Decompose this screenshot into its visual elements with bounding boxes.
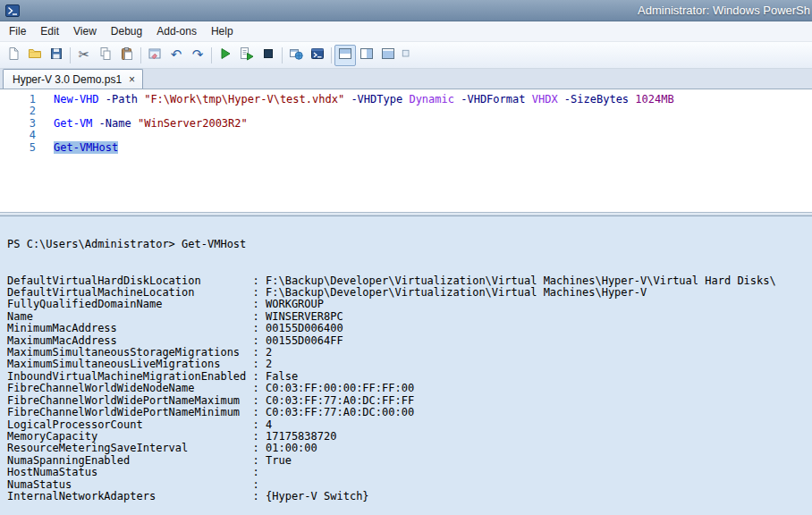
save-script-button[interactable] — [46, 45, 67, 66]
console-blank-line — [7, 263, 812, 274]
script-pane-options-icon — [401, 48, 411, 62]
output-property-row: MinimumMacAddress : 00155D006400 — [7, 323, 812, 334]
console-pane[interactable]: PS C:\Users\Administrator> Get-VMHost De… — [0, 216, 812, 515]
token-plain — [525, 93, 531, 106]
script-editor-pane[interactable]: 1New-VHD -Path "F:\Work\tmp\Hyper-V\test… — [0, 89, 812, 212]
powershell-console-icon — [310, 46, 325, 63]
new-script-button[interactable] — [3, 45, 24, 66]
start-powershell-exe-button[interactable] — [307, 45, 328, 66]
layout-script-right-icon — [359, 46, 374, 63]
output-property-row: MaximumSimultaneousStorageMigrations : 2 — [7, 347, 812, 359]
line-number: 1 — [0, 94, 39, 106]
open-folder-icon — [28, 46, 42, 63]
redo-arrow-icon: ↷ — [192, 48, 204, 62]
line-number: 4 — [0, 130, 39, 141]
cut-scissors-icon: ✂ — [79, 48, 90, 62]
menu-add-ons[interactable]: Add-ons — [149, 21, 204, 41]
menu-view[interactable]: View — [66, 21, 104, 41]
output-property-row: LogicalProcessorCount : 4 — [7, 419, 812, 431]
token-number: 1024MB — [635, 93, 673, 106]
run-selection-button[interactable] — [236, 45, 258, 66]
token-plain — [558, 93, 564, 106]
paste-clipboard-icon — [120, 46, 134, 63]
undo-button[interactable]: ↶ — [165, 45, 187, 66]
line-number: 3 — [0, 118, 39, 130]
new-remote-powershell-tab-button[interactable] — [285, 45, 307, 66]
menu-help[interactable]: Help — [204, 21, 241, 41]
toolbar-separator — [211, 47, 212, 63]
menu-bar: File Edit View Debug Add-ons Help — [0, 21, 812, 42]
copy-icon — [98, 46, 113, 63]
output-property-row: DefaultVirtualHardDiskLocation : F:\Back… — [7, 275, 812, 287]
editor-line[interactable]: 2 — [0, 106, 812, 117]
console-prompt: PS C:\Users\Administrator> Get-VMHost — [7, 239, 812, 250]
token-cmdlet-selected: Get-VMHost — [54, 141, 118, 154]
token-param: -SizeBytes — [564, 93, 629, 106]
token-arg: VHDX — [532, 93, 558, 106]
token-param: -Name — [99, 117, 131, 130]
toolbar: ✂ — [0, 42, 812, 69]
layout-script-top-icon — [338, 46, 352, 63]
powershell-ise-window: Administrator: Windows PowerSh File Edit… — [0, 0, 812, 515]
token-arg: Dynamic — [409, 93, 454, 106]
token-string: "WinServer2003R2" — [138, 117, 248, 130]
console-blank-line — [7, 251, 812, 263]
show-script-pane-maximized-button[interactable] — [377, 45, 399, 66]
token-string: "F:\Work\tmp\Hyper-V\test.vhdx" — [144, 93, 344, 106]
title-bar[interactable]: Administrator: Windows PowerSh — [0, 0, 812, 21]
menu-file[interactable]: File — [2, 21, 33, 41]
show-script-pane-right-button[interactable] — [356, 45, 377, 66]
output-property-row: InboundVirtualMachineMigrationEnabled : … — [7, 371, 812, 383]
powershell-icon — [5, 4, 20, 18]
token-cmdlet: Get-VM — [54, 117, 92, 130]
layout-script-maximized-icon — [381, 46, 395, 63]
token-plain — [92, 117, 98, 130]
tab-close-icon[interactable]: × — [129, 73, 135, 86]
stop-operation-button[interactable] — [258, 45, 279, 66]
show-script-pane-top-button[interactable] — [334, 45, 356, 66]
output-property-row: FibreChannelWorldWidePortNameMaximum : C… — [7, 395, 812, 407]
output-property-row: MemoryCapacity : 17175838720 — [7, 431, 812, 443]
window-title: Administrator: Windows PowerSh — [638, 4, 810, 17]
clear-console-icon — [148, 46, 162, 63]
console-blank-line — [7, 227, 812, 239]
stop-square-icon — [261, 46, 275, 63]
toolbar-separator — [140, 47, 141, 63]
output-property-row: ResourceMeteringSaveInterval : 01:00:00 — [7, 443, 812, 454]
script-pane-options-button[interactable] — [399, 45, 413, 66]
toolbar-separator — [282, 47, 283, 63]
editor-line[interactable]: 5Get-VMHost — [0, 142, 812, 154]
run-selection-icon — [240, 46, 254, 63]
tab-hyper-v-demo[interactable]: Hyper-V 3.0 Demo.ps1 × — [3, 69, 143, 89]
output-property-row: FibreChannelWorldWideNodeName : C0:03:FF… — [7, 383, 812, 394]
output-property-row: NumaSpanningEnabled : True — [7, 455, 812, 467]
clear-console-pane-button[interactable] — [144, 45, 165, 66]
paste-button[interactable] — [116, 45, 138, 66]
run-play-icon — [218, 46, 233, 63]
output-property-row: Name : WINSERVER8PC — [7, 311, 812, 323]
output-property-row: FullyQualifiedDomainName : WORKGROUP — [7, 299, 812, 310]
cut-button[interactable]: ✂ — [73, 45, 95, 66]
output-property-row: FibreChannelWorldWidePortNameMinimum : C… — [7, 407, 812, 418]
code-text: New-VHD -Path "F:\Work\tmp\Hyper-V\test.… — [54, 94, 674, 106]
toolbar-separator — [70, 47, 71, 63]
open-script-button[interactable] — [24, 45, 46, 66]
redo-button[interactable]: ↷ — [187, 45, 208, 66]
code-text: Get-VM -Name "WinServer2003R2" — [54, 118, 248, 130]
output-property-row: InternalNetworkAdapters : {Hyper-V Switc… — [7, 491, 812, 502]
editor-line[interactable]: 3Get-VM -Name "WinServer2003R2" — [0, 118, 812, 130]
editor-line[interactable]: 4 — [0, 130, 812, 141]
output-property-row: DefaultVirtualMachineLocation : F:\Backu… — [7, 287, 812, 299]
new-script-icon — [6, 46, 21, 63]
output-property-row: MaximumMacAddress : 00155D0064FF — [7, 335, 812, 347]
editor-line[interactable]: 1New-VHD -Path "F:\Work\tmp\Hyper-V\test… — [0, 94, 812, 106]
token-plain — [99, 93, 106, 106]
save-floppy-icon — [49, 46, 63, 63]
copy-button[interactable] — [95, 45, 116, 66]
tab-label: Hyper-V 3.0 Demo.ps1 — [13, 73, 122, 86]
code-text: Get-VMHost — [54, 142, 118, 154]
menu-edit[interactable]: Edit — [33, 21, 66, 41]
token-param: -VHDFormat — [461, 93, 525, 106]
run-script-button[interactable] — [215, 45, 236, 66]
menu-debug[interactable]: Debug — [104, 21, 149, 41]
